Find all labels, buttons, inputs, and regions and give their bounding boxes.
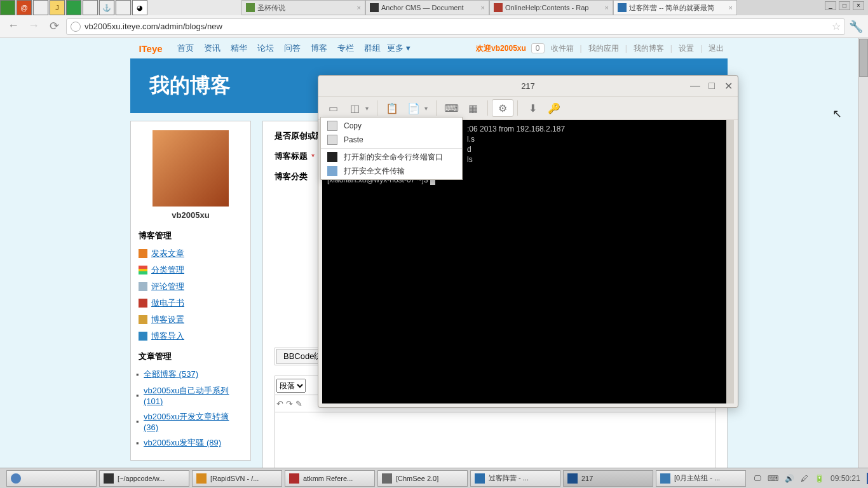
nav-link[interactable]: 问答 xyxy=(280,43,304,54)
menu-item-new-terminal[interactable]: 打开新的安全命令行终端窗口 xyxy=(321,150,462,164)
close-icon[interactable]: ✕ xyxy=(722,80,734,92)
volume-icon[interactable]: 🔊 xyxy=(785,474,794,483)
key-icon[interactable]: 🔑 xyxy=(543,99,565,117)
taskbar-item[interactable]: [RapidSVN - /... xyxy=(192,470,282,487)
launcher-app[interactable] xyxy=(33,0,48,15)
launcher-app[interactable]: @ xyxy=(17,0,32,15)
sidebar-item[interactable]: 博客导入 xyxy=(139,328,243,344)
nav-link[interactable]: 精华 xyxy=(227,43,251,54)
scrollbar-thumb[interactable] xyxy=(859,39,868,77)
sidebar-item[interactable]: 发表文章 xyxy=(139,245,243,262)
iteye-logo[interactable]: ITeye xyxy=(130,41,171,56)
maximize-icon[interactable]: □ xyxy=(706,80,717,92)
close-icon[interactable]: × xyxy=(729,4,733,11)
launcher-chrome[interactable]: ◕ xyxy=(132,0,147,15)
taskbar-item[interactable] xyxy=(6,470,97,487)
launcher-app[interactable] xyxy=(116,0,131,15)
launcher-app[interactable] xyxy=(66,0,81,15)
screen-icon[interactable]: ▭ xyxy=(322,99,344,117)
nav-more[interactable]: 更多 ▾ xyxy=(387,43,410,54)
article-category[interactable]: 全部博客 (537) xyxy=(139,366,243,383)
plus-icon xyxy=(139,249,147,258)
paste-icon[interactable]: 📄 xyxy=(403,99,424,117)
close-icon[interactable]: × xyxy=(357,4,361,11)
user-link[interactable]: 我的应用 xyxy=(585,43,623,54)
sidebar-item[interactable]: 评论管理 xyxy=(139,278,243,295)
nav-link[interactable]: 资讯 xyxy=(200,43,224,54)
nav-link[interactable]: 群组 xyxy=(360,43,384,54)
launcher-app[interactable] xyxy=(83,0,98,15)
paragraph-select[interactable]: 段落 xyxy=(276,379,306,393)
reload-button[interactable]: ⟳ xyxy=(46,19,62,34)
user-link[interactable]: 设置 xyxy=(675,43,698,54)
chevron-down-icon[interactable]: ▾ xyxy=(424,105,432,112)
browser-tab[interactable]: Anchor CMS — Document× xyxy=(365,0,489,15)
layout-icon[interactable]: ▦ xyxy=(462,99,484,117)
browser-toolbar: ← → ⟳ vb2005xu.iteye.com/admin/blogs/new… xyxy=(0,15,868,38)
launcher-app[interactable] xyxy=(0,0,15,15)
taskbar-item[interactable]: [~/appcode/w... xyxy=(99,470,189,487)
menu-item-file-transfer[interactable]: 打开安全文件传输 xyxy=(321,164,462,178)
user-link[interactable]: 退出 xyxy=(705,43,728,54)
notification-badge[interactable]: 0 xyxy=(531,43,545,53)
redo-icon[interactable]: ↷ xyxy=(286,399,293,409)
editor-textarea[interactable] xyxy=(275,412,715,468)
nav-link[interactable]: 论坛 xyxy=(254,43,278,54)
label-originality: 是否原创或翻 xyxy=(275,130,324,142)
launcher-app[interactable]: ⚓ xyxy=(99,0,114,15)
close-icon[interactable]: × xyxy=(605,4,609,11)
nav-link[interactable]: 首页 xyxy=(173,43,198,54)
minimize-icon[interactable]: _ xyxy=(825,1,836,10)
pdf-icon xyxy=(139,299,147,308)
address-bar[interactable]: vb2005xu.iteye.com/admin/blogs/new ☆ xyxy=(66,18,845,35)
sidebar-item[interactable]: 做电子书 xyxy=(139,295,243,311)
label-title: 博客标题 xyxy=(275,151,308,162)
launcher-app[interactable]: J xyxy=(50,0,65,15)
article-category[interactable]: vb2005xu发牢骚 (89) xyxy=(139,435,243,451)
split-icon[interactable]: ◫ xyxy=(344,99,365,117)
menu-item-paste[interactable]: Paste xyxy=(321,133,462,147)
keyboard-icon[interactable]: ⌨ xyxy=(440,99,462,117)
window-titlebar[interactable]: 217 — □ ✕ xyxy=(318,76,738,96)
tool-button[interactable]: ✎ xyxy=(295,399,302,409)
clock[interactable]: 09:50:21 xyxy=(831,474,860,483)
nav-link[interactable]: 专栏 xyxy=(334,43,358,54)
forward-button[interactable]: → xyxy=(25,19,42,34)
copy-icon[interactable]: 📋 xyxy=(381,99,403,117)
browser-tab[interactable]: OnlineHelp:Contents - Rap× xyxy=(489,0,613,15)
taskbar-item-active[interactable]: 217 xyxy=(563,470,653,487)
download-icon[interactable]: ⬇ xyxy=(522,99,543,117)
article-category[interactable]: vb2005xu开发文章转摘 (36) xyxy=(139,409,243,435)
bookmark-star-icon[interactable]: ☆ xyxy=(832,20,841,32)
sidebar-item[interactable]: 分类管理 xyxy=(139,262,243,278)
wrench-icon[interactable]: 🔧 xyxy=(849,20,863,34)
browser-tab[interactable]: 圣杯传说× xyxy=(241,0,365,15)
taskbar-item[interactable]: [ChmSee 2.0] xyxy=(377,470,468,487)
pen-icon[interactable]: 🖊 xyxy=(801,474,808,483)
close-icon[interactable]: × xyxy=(853,1,864,10)
terminal-scrollbar[interactable] xyxy=(726,120,734,403)
gear-icon[interactable]: ⚙ xyxy=(492,99,513,117)
maximize-icon[interactable]: □ xyxy=(839,1,850,10)
browser-tab-active[interactable]: 过客阵营 -- 简单的就要最简× xyxy=(613,0,737,15)
close-icon[interactable]: × xyxy=(481,4,485,11)
avatar[interactable] xyxy=(153,130,229,207)
nav-link[interactable]: 博客 xyxy=(307,43,331,54)
sidebar-item[interactable]: 博客设置 xyxy=(139,311,243,328)
sidebar-heading: 博客管理 xyxy=(139,230,243,241)
minimize-icon[interactable]: — xyxy=(689,80,701,92)
taskbar-item[interactable]: atkmm Refere... xyxy=(285,470,375,487)
user-link[interactable]: 我的博客 xyxy=(630,43,668,54)
menu-item-copy[interactable]: Copy xyxy=(321,119,462,133)
back-button[interactable]: ← xyxy=(5,19,22,34)
page-scrollbar[interactable] xyxy=(858,38,868,468)
article-category[interactable]: vb2005xu自己动手系列 (101) xyxy=(139,383,243,409)
chevron-down-icon[interactable]: ▾ xyxy=(365,105,373,112)
tray-icon[interactable]: 🖵 xyxy=(754,474,761,483)
keyboard-icon[interactable]: ⌨ xyxy=(768,474,778,483)
battery-icon[interactable]: 🔋 xyxy=(815,474,824,483)
taskbar-item[interactable]: 过客阵营 - ... xyxy=(470,470,560,487)
undo-icon[interactable]: ↶ xyxy=(276,399,283,409)
user-link[interactable]: 收件箱 xyxy=(547,43,578,54)
taskbar-item[interactable]: [0月主站组 - ... xyxy=(656,470,746,487)
